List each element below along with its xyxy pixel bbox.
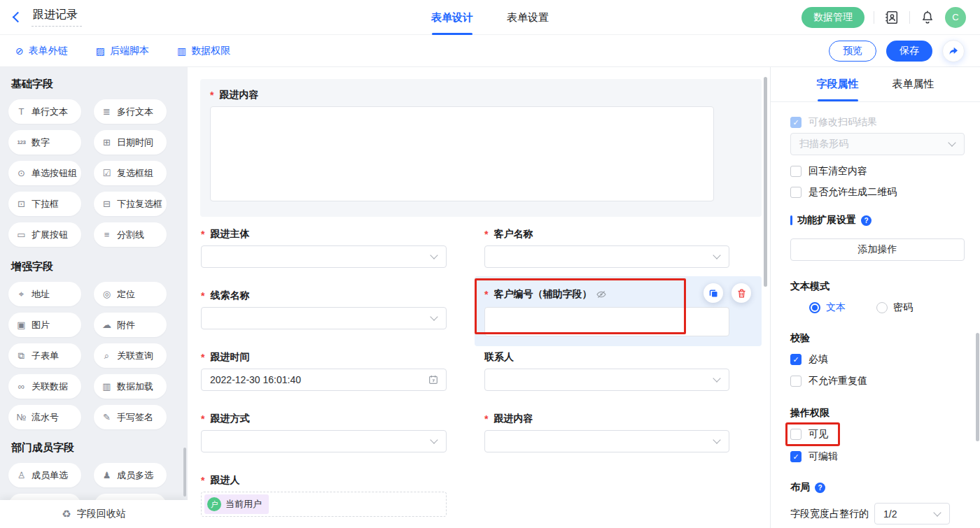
radio-label: 文本 <box>826 301 846 314</box>
field-follow-person[interactable]: 跟进人 户 当前用户 <box>201 473 447 517</box>
form-title[interactable]: 跟进记录 <box>31 8 82 27</box>
canvas-scrollbar[interactable] <box>764 77 767 287</box>
sidebar-item-single-line-text[interactable]: T单行文本 <box>8 99 81 124</box>
field-width-select[interactable]: 1/2 <box>874 503 950 525</box>
avatar[interactable]: C <box>945 7 966 28</box>
field-clue-name[interactable]: 线索名称 <box>201 289 447 329</box>
chevron-down-icon <box>933 508 941 516</box>
item-label: 关联查询 <box>117 350 153 362</box>
item-label: 多行文本 <box>117 106 153 118</box>
field-follow-time[interactable]: 跟进时间 2022-12-30 16:01:40 <box>201 350 447 391</box>
share-button[interactable] <box>942 40 965 62</box>
save-button[interactable]: 保存 <box>886 41 932 62</box>
back-icon[interactable] <box>13 12 24 23</box>
sidebar-item-location[interactable]: ◎定位 <box>94 282 167 306</box>
clue-name-select[interactable] <box>201 307 447 329</box>
field-recycle-bin[interactable]: ♻ 字段回收站 <box>0 500 188 528</box>
sidebar-item-address[interactable]: ⌖地址 <box>8 282 81 306</box>
bell-icon[interactable] <box>919 9 936 26</box>
follow-subject-select[interactable] <box>201 245 447 268</box>
help-icon[interactable] <box>815 483 825 493</box>
required-checkbox[interactable]: ✓ <box>790 354 802 365</box>
qrcode-checkbox[interactable] <box>790 187 802 198</box>
data-manage-button[interactable]: 数据管理 <box>802 7 864 28</box>
chevron-down-icon <box>430 313 438 320</box>
item-label: 子表单 <box>31 350 59 362</box>
follow-content-textarea[interactable] <box>210 106 714 201</box>
form-canvas: 跟进内容 跟进主体 客户名称 线索名称 客户编号（辅助字段） <box>188 67 770 528</box>
sidebar-item-datetime[interactable]: ⊞日期时间 <box>94 130 167 155</box>
field-follow-way[interactable]: 跟进方式 <box>201 412 447 452</box>
scan-result-checkbox[interactable]: ✓ <box>790 117 802 128</box>
permission-title: 操作权限 <box>790 407 965 420</box>
data-permission-link[interactable]: ▥ 数据权限 <box>177 45 230 57</box>
visible-checkbox[interactable] <box>790 429 802 440</box>
sidebar-item-attachment[interactable]: ☁附件 <box>94 313 167 337</box>
contact-select[interactable] <box>484 369 729 391</box>
tab-form-settings[interactable]: 表单设置 <box>507 0 549 35</box>
sidebar-item-checkbox-group[interactable]: ☑复选框组 <box>94 161 167 185</box>
contacts-icon[interactable] <box>883 9 900 26</box>
field-label: 跟进主体 <box>201 227 447 241</box>
item-label: 分割线 <box>117 229 144 241</box>
field-follow-subject[interactable]: 跟进主体 <box>201 227 447 268</box>
sidebar-item-relation-data[interactable]: ∞关联数据 <box>8 374 81 399</box>
current-user-tag[interactable]: 户 当前用户 <box>204 494 269 514</box>
delete-field-button[interactable] <box>732 283 751 303</box>
sidebar-scrollbar[interactable] <box>183 448 186 497</box>
sidebar-item-extend-button[interactable]: ▭扩展按钮 <box>8 222 81 247</box>
field-customer-name[interactable]: 客户名称 <box>484 227 729 268</box>
tab-form-design[interactable]: 表单设计 <box>431 0 473 35</box>
preview-button[interactable]: 预览 <box>829 41 876 62</box>
field-contact[interactable]: 联系人 <box>484 350 729 391</box>
item-label: 成员单选 <box>31 469 68 482</box>
sidebar-item-image[interactable]: ▣图片 <box>8 313 81 337</box>
field-follow-content[interactable]: 跟进内容 <box>200 79 762 217</box>
sidebar-item-data-load[interactable]: ▥数据加载 <box>94 374 167 399</box>
relation-data-icon: ∞ <box>16 381 27 392</box>
add-action-button[interactable]: 添加操作 <box>790 238 965 261</box>
sidebar-item-signature[interactable]: ✎手写签名 <box>94 405 167 429</box>
form-external-link[interactable]: ⊘ 表单外链 <box>15 45 68 57</box>
item-label: 成员多选 <box>117 469 153 482</box>
sidebar-item-member-single[interactable]: ♙成员单选 <box>8 463 81 487</box>
annotation-box-visible: 可见 <box>785 422 840 446</box>
help-icon[interactable] <box>861 215 872 226</box>
form-toolbar: ⊘ 表单外链 ▨ 后端脚本 ▥ 数据权限 预览 保存 <box>0 35 980 67</box>
tab-field-properties[interactable]: 字段属性 <box>817 67 859 101</box>
editable-checkbox[interactable]: ✓ <box>790 451 802 462</box>
item-label: 单行文本 <box>31 106 68 118</box>
field-customer-no-selected[interactable]: 客户编号（辅助字段） <box>475 276 762 346</box>
tab-form-properties[interactable]: 表单属性 <box>892 67 934 101</box>
customer-name-select[interactable] <box>484 245 729 268</box>
sidebar-item-dropdown[interactable]: ⊡下拉框 <box>8 192 81 216</box>
follow-person-picker[interactable]: 户 当前用户 <box>201 492 447 517</box>
sidebar-item-number[interactable]: 123数字 <box>8 130 81 155</box>
copy-field-button[interactable] <box>704 283 723 303</box>
sidebar-item-radio-group[interactable]: ⊙单选按钮组 <box>8 161 81 185</box>
follow-time-input[interactable]: 2022-12-30 16:01:40 <box>201 369 447 391</box>
member-single-icon: ♙ <box>16 470 27 480</box>
sidebar-item-sub-form[interactable]: ⧉子表单 <box>8 343 81 368</box>
sidebar-item-relation-query[interactable]: ⌕关联查询 <box>94 343 167 368</box>
chevron-down-icon <box>713 436 720 443</box>
enter-clear-checkbox[interactable] <box>790 166 802 177</box>
backend-script-link[interactable]: ▨ 后端脚本 <box>96 45 149 57</box>
divider <box>909 11 910 24</box>
no-duplicate-checkbox[interactable] <box>790 376 802 387</box>
sidebar-item-multi-line-text[interactable]: ≣多行文本 <box>94 99 167 124</box>
field-follow-content-select[interactable]: 跟进内容 <box>484 412 729 452</box>
follow-way-select[interactable] <box>201 430 447 452</box>
sidebar-item-member-multi[interactable]: ♟成员多选 <box>94 463 167 487</box>
scan-type-select[interactable]: 扫描条形码 <box>790 133 965 155</box>
item-label: 下拉框 <box>31 198 59 211</box>
sidebar-item-divider-line[interactable]: ≡分割线 <box>94 222 167 247</box>
customer-no-input[interactable] <box>484 307 729 336</box>
follow-content-select[interactable] <box>484 430 729 452</box>
radio-text[interactable]: 文本 <box>809 301 846 314</box>
radio-password[interactable]: 密码 <box>876 301 913 314</box>
checkbox-label: 可修改扫码结果 <box>808 116 877 129</box>
sidebar-item-serial-number[interactable]: №流水号 <box>8 405 81 429</box>
sidebar-item-multi-dropdown[interactable]: ⊟下拉复选框 <box>94 192 167 216</box>
panel-scrollbar[interactable] <box>976 333 979 441</box>
